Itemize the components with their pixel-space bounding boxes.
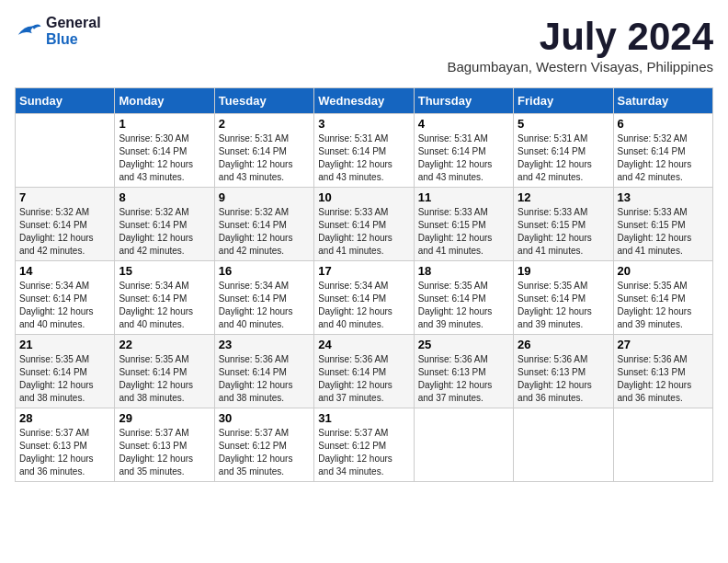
day-number: 19 bbox=[518, 264, 609, 278]
calendar-cell: 4Sunrise: 5:31 AM Sunset: 6:14 PM Daylig… bbox=[414, 114, 513, 188]
day-info: Sunrise: 5:35 AM Sunset: 6:14 PM Dayligh… bbox=[518, 280, 609, 331]
day-number: 23 bbox=[219, 338, 310, 351]
day-info: Sunrise: 5:32 AM Sunset: 6:14 PM Dayligh… bbox=[19, 206, 110, 258]
calendar-table: SundayMondayTuesdayWednesdayThursdayFrid… bbox=[15, 87, 713, 482]
day-number: 16 bbox=[219, 264, 310, 278]
day-info: Sunrise: 5:31 AM Sunset: 6:14 PM Dayligh… bbox=[219, 132, 310, 184]
day-number: 5 bbox=[518, 117, 609, 131]
day-number: 8 bbox=[119, 190, 210, 204]
day-info: Sunrise: 5:33 AM Sunset: 6:15 PM Dayligh… bbox=[418, 206, 509, 258]
day-number: 18 bbox=[418, 264, 509, 278]
day-number: 9 bbox=[219, 190, 310, 204]
day-number: 30 bbox=[219, 411, 310, 425]
calendar-cell: 30Sunrise: 5:37 AM Sunset: 6:12 PM Dayli… bbox=[214, 408, 313, 482]
calendar-cell: 24Sunrise: 5:36 AM Sunset: 6:14 PM Dayli… bbox=[314, 335, 414, 408]
calendar-cell: 1Sunrise: 5:30 AM Sunset: 6:14 PM Daylig… bbox=[115, 114, 214, 188]
day-info: Sunrise: 5:34 AM Sunset: 6:14 PM Dayligh… bbox=[19, 280, 110, 331]
calendar-cell: 23Sunrise: 5:36 AM Sunset: 6:14 PM Dayli… bbox=[214, 335, 313, 408]
calendar-cell bbox=[613, 408, 712, 482]
calendar-cell: 21Sunrise: 5:35 AM Sunset: 6:14 PM Dayli… bbox=[16, 335, 115, 408]
day-info: Sunrise: 5:33 AM Sunset: 6:15 PM Dayligh… bbox=[618, 206, 709, 258]
calendar-header-row: SundayMondayTuesdayWednesdayThursdayFrid… bbox=[16, 88, 713, 114]
day-info: Sunrise: 5:37 AM Sunset: 6:13 PM Dayligh… bbox=[19, 427, 110, 478]
day-number: 24 bbox=[318, 338, 409, 351]
day-number: 21 bbox=[19, 338, 110, 351]
day-number: 13 bbox=[618, 190, 709, 204]
calendar-week-row: 14Sunrise: 5:34 AM Sunset: 6:14 PM Dayli… bbox=[16, 261, 713, 335]
calendar-week-row: 1Sunrise: 5:30 AM Sunset: 6:14 PM Daylig… bbox=[16, 114, 713, 188]
calendar-cell: 6Sunrise: 5:32 AM Sunset: 6:14 PM Daylig… bbox=[613, 114, 712, 188]
day-info: Sunrise: 5:37 AM Sunset: 6:12 PM Dayligh… bbox=[219, 427, 310, 478]
calendar-cell: 20Sunrise: 5:35 AM Sunset: 6:14 PM Dayli… bbox=[613, 261, 712, 335]
day-number: 12 bbox=[518, 190, 609, 204]
column-header-thursday: Thursday bbox=[414, 88, 513, 114]
day-number: 26 bbox=[518, 338, 609, 351]
day-info: Sunrise: 5:31 AM Sunset: 6:14 PM Dayligh… bbox=[318, 132, 409, 184]
day-info: Sunrise: 5:33 AM Sunset: 6:14 PM Dayligh… bbox=[318, 206, 409, 258]
column-header-monday: Monday bbox=[115, 88, 214, 114]
day-number: 17 bbox=[318, 264, 409, 278]
day-number: 31 bbox=[318, 411, 409, 425]
calendar-cell: 19Sunrise: 5:35 AM Sunset: 6:14 PM Dayli… bbox=[514, 261, 613, 335]
month-title: July 2024 bbox=[447, 15, 713, 59]
day-number: 2 bbox=[219, 117, 310, 131]
calendar-cell: 12Sunrise: 5:33 AM Sunset: 6:15 PM Dayli… bbox=[514, 188, 613, 261]
calendar-cell: 11Sunrise: 5:33 AM Sunset: 6:15 PM Dayli… bbox=[414, 188, 513, 261]
page-header: General Blue July 2024 Bagumbayan, Weste… bbox=[15, 15, 713, 84]
day-number: 7 bbox=[19, 190, 110, 204]
calendar-week-row: 7Sunrise: 5:32 AM Sunset: 6:14 PM Daylig… bbox=[16, 188, 713, 261]
calendar-cell: 3Sunrise: 5:31 AM Sunset: 6:14 PM Daylig… bbox=[314, 114, 414, 188]
calendar-cell: 2Sunrise: 5:31 AM Sunset: 6:14 PM Daylig… bbox=[214, 114, 313, 188]
calendar-cell: 25Sunrise: 5:36 AM Sunset: 6:13 PM Dayli… bbox=[414, 335, 513, 408]
day-info: Sunrise: 5:34 AM Sunset: 6:14 PM Dayligh… bbox=[318, 280, 409, 331]
day-info: Sunrise: 5:37 AM Sunset: 6:13 PM Dayligh… bbox=[119, 427, 210, 478]
day-number: 14 bbox=[19, 264, 110, 278]
day-info: Sunrise: 5:36 AM Sunset: 6:13 PM Dayligh… bbox=[518, 353, 609, 405]
column-header-friday: Friday bbox=[514, 88, 613, 114]
day-info: Sunrise: 5:35 AM Sunset: 6:14 PM Dayligh… bbox=[119, 353, 210, 405]
calendar-cell: 9Sunrise: 5:32 AM Sunset: 6:14 PM Daylig… bbox=[214, 188, 313, 261]
logo-text: General Blue bbox=[46, 15, 101, 48]
calendar-cell: 8Sunrise: 5:32 AM Sunset: 6:14 PM Daylig… bbox=[115, 188, 214, 261]
day-number: 15 bbox=[119, 264, 210, 278]
day-info: Sunrise: 5:33 AM Sunset: 6:15 PM Dayligh… bbox=[518, 206, 609, 258]
day-info: Sunrise: 5:36 AM Sunset: 6:13 PM Dayligh… bbox=[418, 353, 509, 405]
day-number: 4 bbox=[418, 117, 509, 131]
day-info: Sunrise: 5:37 AM Sunset: 6:12 PM Dayligh… bbox=[318, 427, 409, 478]
calendar-cell: 27Sunrise: 5:36 AM Sunset: 6:13 PM Dayli… bbox=[613, 335, 712, 408]
day-number: 25 bbox=[418, 338, 509, 351]
calendar-cell: 10Sunrise: 5:33 AM Sunset: 6:14 PM Dayli… bbox=[314, 188, 414, 261]
location-title: Bagumbayan, Western Visayas, Philippines bbox=[447, 59, 713, 75]
calendar-cell: 31Sunrise: 5:37 AM Sunset: 6:12 PM Dayli… bbox=[314, 408, 414, 482]
calendar-cell: 29Sunrise: 5:37 AM Sunset: 6:13 PM Dayli… bbox=[115, 408, 214, 482]
day-info: Sunrise: 5:36 AM Sunset: 6:13 PM Dayligh… bbox=[618, 353, 709, 405]
day-info: Sunrise: 5:31 AM Sunset: 6:14 PM Dayligh… bbox=[418, 132, 509, 184]
title-block: July 2024 Bagumbayan, Western Visayas, P… bbox=[447, 15, 713, 84]
day-info: Sunrise: 5:35 AM Sunset: 6:14 PM Dayligh… bbox=[418, 280, 509, 331]
column-header-tuesday: Tuesday bbox=[214, 88, 313, 114]
calendar-cell: 13Sunrise: 5:33 AM Sunset: 6:15 PM Dayli… bbox=[613, 188, 712, 261]
day-info: Sunrise: 5:32 AM Sunset: 6:14 PM Dayligh… bbox=[119, 206, 210, 258]
calendar-cell: 22Sunrise: 5:35 AM Sunset: 6:14 PM Dayli… bbox=[115, 335, 214, 408]
day-number: 3 bbox=[318, 117, 409, 131]
day-info: Sunrise: 5:32 AM Sunset: 6:14 PM Dayligh… bbox=[618, 132, 709, 184]
day-info: Sunrise: 5:30 AM Sunset: 6:14 PM Dayligh… bbox=[119, 132, 210, 184]
calendar-cell: 5Sunrise: 5:31 AM Sunset: 6:14 PM Daylig… bbox=[514, 114, 613, 188]
day-info: Sunrise: 5:36 AM Sunset: 6:14 PM Dayligh… bbox=[318, 353, 409, 405]
day-number: 1 bbox=[119, 117, 210, 131]
column-header-saturday: Saturday bbox=[613, 88, 712, 114]
calendar-cell: 16Sunrise: 5:34 AM Sunset: 6:14 PM Dayli… bbox=[214, 261, 313, 335]
calendar-cell: 18Sunrise: 5:35 AM Sunset: 6:14 PM Dayli… bbox=[414, 261, 513, 335]
day-number: 20 bbox=[618, 264, 709, 278]
day-info: Sunrise: 5:34 AM Sunset: 6:14 PM Dayligh… bbox=[119, 280, 210, 331]
calendar-cell: 28Sunrise: 5:37 AM Sunset: 6:13 PM Dayli… bbox=[16, 408, 115, 482]
logo: General Blue bbox=[15, 15, 101, 48]
calendar-cell bbox=[16, 114, 115, 188]
day-info: Sunrise: 5:34 AM Sunset: 6:14 PM Dayligh… bbox=[219, 280, 310, 331]
calendar-cell bbox=[514, 408, 613, 482]
calendar-cell: 26Sunrise: 5:36 AM Sunset: 6:13 PM Dayli… bbox=[514, 335, 613, 408]
day-number: 29 bbox=[119, 411, 210, 425]
day-info: Sunrise: 5:36 AM Sunset: 6:14 PM Dayligh… bbox=[219, 353, 310, 405]
day-number: 11 bbox=[418, 190, 509, 204]
day-info: Sunrise: 5:35 AM Sunset: 6:14 PM Dayligh… bbox=[618, 280, 709, 331]
